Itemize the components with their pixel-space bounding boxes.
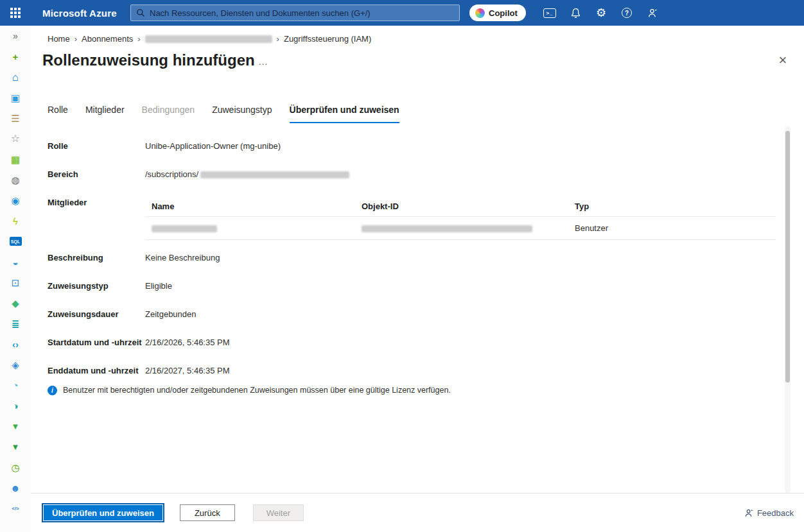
copilot-label: Copilot — [489, 8, 518, 18]
tab-ueberpruefen-und-zuweisen[interactable]: Überprüfen und zuweisen — [290, 105, 399, 123]
member-objekt-id-redacted — [362, 225, 532, 232]
sidebar-item-advisor[interactable]: ◔ — [0, 375, 31, 395]
column-header-typ: Typ — [575, 202, 776, 211]
sql-databases-icon: SQL — [10, 237, 22, 246]
zuweisungstyp-value: Eligible — [145, 281, 172, 291]
more-menu-button[interactable]: … — [258, 56, 268, 67]
bereich-value: /subscriptions/ — [145, 169, 349, 180]
header-actions: >_ ⚙ ? — [537, 0, 665, 26]
review-row-mitglieder: Mitglieder — [48, 198, 145, 208]
global-search — [130, 4, 460, 21]
azure-brand[interactable]: Microsoft Azure — [42, 0, 117, 26]
breadcrumb-separator: › — [74, 34, 77, 44]
license-info-text: Benutzer mit berechtigten und/oder zeitg… — [63, 386, 451, 395]
review-row-bereich: Bereich /subscriptions/ — [48, 169, 349, 180]
sidebar-item-backup[interactable]: ◷ — [0, 457, 31, 477]
footer-bar: Überprüfen und zuweisen Zurück Weiter Fe… — [31, 493, 804, 532]
tab-zuweisungstyp[interactable]: Zuweisungstyp — [212, 105, 272, 123]
review-row-zuweisungstyp: Zuweisungstyp Eligible — [48, 281, 172, 291]
breadcrumb-separator: › — [137, 34, 140, 44]
search-icon — [136, 8, 145, 17]
sidebar-item-dashboard[interactable]: ▣ — [0, 87, 31, 108]
breadcrumb-subscriptions[interactable]: Abonnements — [82, 34, 133, 44]
sidebar-item-monitor[interactable]: ◑ — [0, 395, 31, 416]
sidebar-item-defender[interactable]: ▼ — [0, 436, 31, 457]
settings-button[interactable]: ⚙ — [588, 0, 614, 26]
review-row-enddatum: Enddatum und -uhrzeit 2/16/2027, 5:46:35… — [48, 366, 230, 376]
sidebar-item-subscriptions[interactable]: ≣ — [0, 313, 31, 334]
cloud-shell-icon: >_ — [543, 8, 556, 18]
sidebar-item-home[interactable]: ⌂ — [0, 67, 31, 87]
sidebar-item-sql-databases[interactable]: SQL — [0, 231, 31, 252]
search-input[interactable] — [150, 8, 454, 18]
review-row-rolle: Rolle Unibe-Application-Owner (mg-unibe) — [48, 141, 281, 151]
member-name-redacted — [152, 225, 217, 232]
sidebar-item-virtual-machines[interactable]: ⊡ — [0, 272, 31, 293]
sidebar-item-security-center[interactable]: ▼ — [0, 416, 31, 436]
breadcrumb: Home › Abonnements › › Zugriffssteuerung… — [48, 34, 371, 44]
close-icon[interactable]: × — [774, 52, 791, 69]
sidebar-item-code[interactable]: </> — [0, 498, 31, 519]
feedback-link[interactable]: Feedback — [744, 508, 794, 518]
member-name-cell — [145, 223, 362, 233]
header-feedback-button[interactable] — [640, 0, 665, 26]
app-launcher-button[interactable] — [0, 0, 31, 26]
license-info-banner: i Benutzer mit berechtigten und/oder zei… — [48, 386, 451, 395]
function-app-icon: ϟ — [13, 216, 18, 226]
sidebar-expand-button[interactable]: » — [0, 26, 31, 46]
backup-icon: ◷ — [11, 463, 19, 472]
scrollbar-thumb[interactable] — [785, 131, 790, 382]
review-assign-button[interactable]: Überprüfen und zuweisen — [43, 504, 163, 521]
sidebar-item-all-resources[interactable]: ▦ — [0, 149, 31, 169]
bereich-label: Bereich — [48, 169, 145, 180]
cloud-shell-button[interactable]: >_ — [537, 0, 563, 26]
gear-icon: ⚙ — [596, 7, 606, 19]
copilot-button[interactable]: Copilot — [469, 4, 526, 21]
notifications-button[interactable] — [563, 0, 588, 26]
sidebar-item-api-management[interactable]: ‹› — [0, 334, 31, 354]
tab-mitglieder[interactable]: Mitglieder — [85, 105, 125, 123]
table-row: Benutzer — [145, 217, 776, 240]
key-vaults-icon: ◆ — [12, 298, 19, 308]
sidebar-item-create-resource[interactable]: + — [0, 46, 31, 67]
beschreibung-value: Keine Beschreibung — [145, 253, 220, 263]
dashboard-icon: ▣ — [11, 93, 20, 103]
zuweisungsdauer-label: Zuweisungsdauer — [48, 309, 145, 320]
sidebar-item-all-services[interactable]: ☰ — [0, 108, 31, 128]
next-button[interactable]: Weiter — [253, 504, 304, 521]
sidebar-item-cosmos-db[interactable]: ◒ — [0, 252, 31, 272]
page-title: Rollenzuweisung hinzufügen — [42, 51, 255, 69]
tab-bedingungen: Bedingungen — [142, 105, 195, 123]
sidebar-item-resource-groups[interactable]: ◍ — [0, 169, 31, 190]
all-resources-icon: ▦ — [11, 155, 20, 164]
back-button[interactable]: Zurück — [180, 504, 235, 521]
top-bar: Microsoft Azure Copilot >_ ⚙ ? — [0, 0, 804, 26]
bereich-redacted-subscription-id — [200, 171, 349, 178]
zuweisungsdauer-value: Zeitgebunden — [145, 309, 197, 320]
question-icon: ? — [622, 8, 632, 18]
virtual-machines-icon: ⊡ — [12, 278, 20, 287]
rolle-value: Unibe-Application-Owner (mg-unibe) — [145, 141, 281, 151]
bell-icon — [570, 8, 581, 19]
sidebar-item-app-services[interactable]: ◉ — [0, 190, 31, 210]
security-center-icon: ▼ — [12, 422, 20, 431]
sidebar-item-favorites[interactable]: ☆ — [0, 128, 31, 149]
review-row-startdatum: Startdatum und -uhrzeit 2/16/2026, 5:46:… — [48, 338, 230, 348]
breadcrumb-current: Zugriffssteuerung (IAM) — [284, 34, 371, 44]
breadcrumb-redacted-subscription[interactable] — [145, 35, 272, 43]
sidebar-item-key-vaults[interactable]: ◆ — [0, 293, 31, 313]
startdatum-value: 2/16/2026, 5:46:35 PM — [145, 338, 230, 348]
review-row-beschreibung: Beschreibung Keine Beschreibung — [48, 253, 220, 263]
tab-rolle[interactable]: Rolle — [48, 105, 68, 123]
startdatum-label: Startdatum und -uhrzeit — [48, 338, 145, 348]
sidebar-item-entra-id[interactable]: ◈ — [0, 354, 31, 375]
sidebar-item-users[interactable]: ☻ — [0, 477, 31, 498]
all-services-icon: ☰ — [11, 114, 19, 123]
create-resource-icon: + — [13, 52, 19, 62]
column-header-name: Name — [145, 202, 362, 211]
advisor-icon: ◔ — [12, 381, 18, 390]
breadcrumb-home[interactable]: Home — [48, 34, 70, 44]
favorites-icon: ☆ — [11, 133, 20, 144]
help-button[interactable]: ? — [614, 0, 640, 26]
sidebar-item-function-app[interactable]: ϟ — [0, 210, 31, 231]
